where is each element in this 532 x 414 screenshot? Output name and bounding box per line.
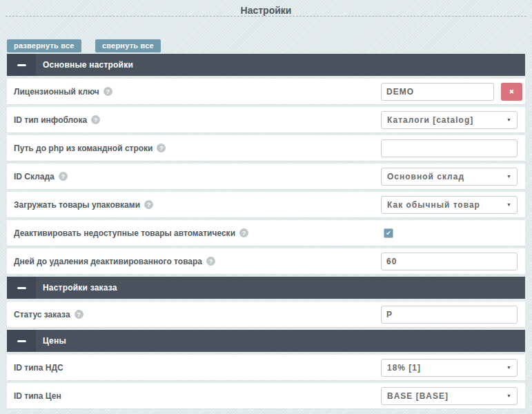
- row-label: ID типа Цен: [7, 391, 61, 401]
- warehouse-select[interactable]: Основной склад▼: [381, 168, 518, 186]
- select-value: BASE [BASE]: [387, 391, 449, 401]
- field-control: ✖: [381, 79, 522, 104]
- field-label: ID типа НДС: [14, 363, 63, 373]
- field-control: Как обычный товар▼: [381, 192, 518, 217]
- field-label: Дней до удаления деактивированного товар…: [14, 257, 202, 266]
- chevron-down-icon: ▼: [506, 117, 511, 122]
- infoblock-type-select[interactable]: Каталоги [catalog]▼: [381, 111, 518, 129]
- minus-icon: [17, 287, 26, 289]
- toolbar: развернуть все свернуть все: [7, 39, 525, 52]
- section-title: Основные настройки: [43, 60, 133, 70]
- load-packages-select[interactable]: Как обычный товар▼: [381, 196, 518, 214]
- section-header[interactable]: Основные настройки: [7, 54, 525, 76]
- collapse-toggle-button[interactable]: [7, 330, 36, 352]
- row-label: ID типа НДС: [7, 363, 63, 373]
- field-control: [381, 248, 518, 274]
- field-label: Статус заказа: [14, 310, 70, 319]
- field-control: Основной склад▼: [381, 164, 518, 189]
- help-icon[interactable]: ?: [59, 172, 68, 181]
- deactivate-unavailable-checkbox[interactable]: ✔: [384, 228, 393, 238]
- settings-row: Путь до php из командной строки?: [7, 135, 525, 161]
- field-label: ID тип инфоблока: [14, 115, 87, 125]
- row-label: Лицензионный ключ?: [7, 87, 112, 97]
- row-label: Деактивировать недоступные товары автома…: [7, 228, 248, 238]
- settings-page: Настройки развернуть все свернуть все Ос…: [0, 0, 532, 408]
- vat-type-select[interactable]: 18% [1]▼: [381, 359, 518, 377]
- collapse-all-button[interactable]: свернуть все: [95, 39, 161, 52]
- row-label: ID тип инфоблока?: [7, 115, 100, 125]
- section-title: Цены: [43, 336, 66, 346]
- chevron-down-icon: ▼: [506, 202, 511, 207]
- field-label: Загружать товары упаковками: [14, 200, 140, 210]
- settings-row: ID типа НДС18% [1]▼: [7, 355, 525, 380]
- row-label: Статус заказа?: [7, 310, 83, 319]
- expand-all-button[interactable]: развернуть все: [7, 39, 81, 52]
- select-value: Основной склад: [387, 172, 464, 181]
- order-status-input[interactable]: [381, 306, 518, 324]
- row-label: Путь до php из командной строки?: [7, 144, 166, 153]
- help-icon[interactable]: ?: [144, 200, 153, 209]
- chevron-down-icon: ▼: [506, 174, 511, 179]
- section-title: Настройки заказа: [43, 283, 117, 293]
- license-key-input[interactable]: [381, 83, 494, 101]
- section-header[interactable]: Настройки заказа: [7, 277, 525, 299]
- collapse-toggle-button[interactable]: [7, 277, 36, 299]
- help-icon[interactable]: ?: [91, 115, 100, 124]
- field-control: [381, 302, 518, 327]
- select-value: Как обычный товар: [387, 200, 480, 210]
- x-icon: ✖: [509, 88, 515, 95]
- divider: [6, 16, 526, 17]
- collapse-toggle-button[interactable]: [7, 54, 36, 76]
- settings-row: ID Склада?Основной склад▼: [7, 164, 525, 189]
- chevron-down-icon: ▼: [506, 393, 511, 398]
- settings-row: Лицензионный ключ?✖: [7, 79, 525, 104]
- field-label: Деактивировать недоступные товары автома…: [14, 228, 235, 238]
- minus-icon: [17, 64, 26, 66]
- settings-section: Основные настройкиЛицензионный ключ?✖ID …: [7, 54, 525, 274]
- field-control: BASE [BASE]▼: [381, 383, 518, 408]
- check-icon: ✔: [386, 230, 391, 237]
- settings-row: Статус заказа?: [7, 302, 525, 327]
- php-path-input[interactable]: [381, 139, 518, 157]
- row-label: Дней до удаления деактивированного товар…: [7, 257, 215, 266]
- price-type-select[interactable]: BASE [BASE]▼: [381, 387, 518, 405]
- settings-section: Настройки заказаСтатус заказа?: [7, 277, 525, 327]
- row-label: ID Склада?: [7, 172, 68, 181]
- help-icon[interactable]: ?: [206, 257, 215, 266]
- field-control: ✔: [381, 220, 393, 246]
- select-value: Каталоги [catalog]: [387, 115, 473, 125]
- help-icon[interactable]: ?: [157, 144, 166, 152]
- field-label: Путь до php из командной строки: [14, 144, 152, 153]
- field-label: ID Склада: [14, 172, 55, 181]
- settings-row: Деактивировать недоступные товары автома…: [7, 220, 525, 246]
- field-label: Лицензионный ключ: [14, 87, 99, 97]
- settings-row: Дней до удаления деактивированного товар…: [7, 248, 525, 274]
- select-value: 18% [1]: [387, 363, 421, 373]
- days-before-delete-input[interactable]: [381, 253, 518, 270]
- field-control: Каталоги [catalog]▼: [381, 107, 518, 132]
- page-title: Настройки: [0, 0, 532, 11]
- field-control: [381, 135, 518, 161]
- chevron-down-icon: ▼: [506, 365, 511, 370]
- field-control: 18% [1]▼: [381, 355, 518, 380]
- field-label: ID типа Цен: [14, 391, 61, 401]
- settings-row: Загружать товары упаковками?Как обычный …: [7, 192, 525, 217]
- section-header[interactable]: Цены: [7, 330, 525, 352]
- sections: Основные настройкиЛицензионный ключ?✖ID …: [7, 54, 525, 408]
- settings-row: ID типа ЦенBASE [BASE]▼: [7, 383, 525, 408]
- delete-button[interactable]: ✖: [501, 83, 522, 101]
- help-icon[interactable]: ?: [104, 87, 112, 96]
- minus-icon: [17, 340, 26, 342]
- row-label: Загружать товары упаковками?: [7, 200, 153, 210]
- settings-section: ЦеныID типа НДС18% [1]▼ID типа ЦенBASE […: [7, 330, 525, 408]
- help-icon[interactable]: ?: [239, 228, 248, 237]
- settings-row: ID тип инфоблока?Каталоги [catalog]▼: [7, 107, 525, 132]
- help-icon[interactable]: ?: [75, 310, 83, 319]
